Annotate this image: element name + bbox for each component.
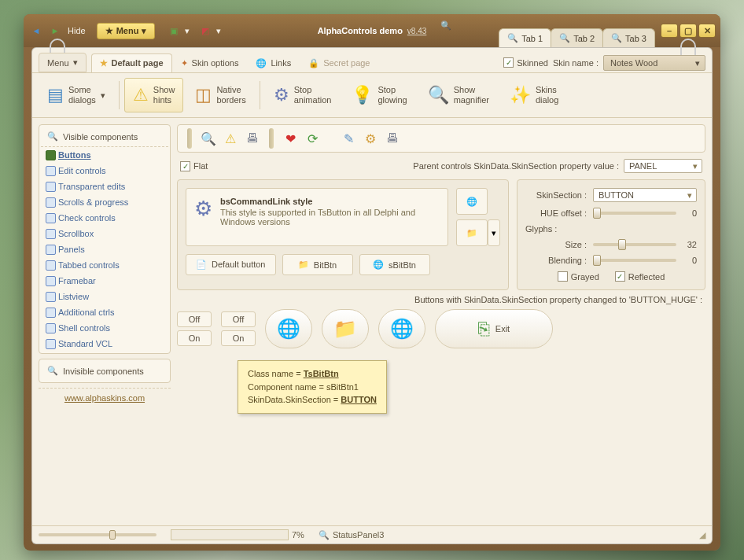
bitbtn-button[interactable]: 📁BitBtn [282, 254, 353, 275]
minimize-button[interactable]: – [661, 24, 678, 38]
page-tabstrip: Menu ▾ ★Default page ✦Skin options 🌐Link… [32, 48, 712, 73]
some-dialogs-button[interactable]: ▤Somedialogs▾ [39, 78, 114, 112]
native-borders-button[interactable]: ◫Nativeborders [186, 78, 254, 112]
default-button[interactable]: 📄Default button [186, 254, 276, 275]
skinsection-select[interactable]: BUTTON [593, 188, 697, 202]
stop-glowing-button[interactable]: 💡Stopglowing [343, 78, 415, 112]
huge-globe-button[interactable]: 🌐 [265, 309, 312, 348]
sidebar-item-shell[interactable]: Shell controls [41, 320, 168, 336]
page-icon: 📄 [196, 260, 207, 270]
top-tab-3[interactable]: 🔍Tab 3 [602, 28, 655, 47]
sidebar-item-transparent-edits[interactable]: Transparent edits [41, 179, 168, 194]
hue-slider[interactable] [593, 212, 676, 215]
sidebar-item-check-controls[interactable]: Check controls [41, 210, 168, 226]
printer-icon[interactable]: 🖶 [244, 130, 261, 147]
globe-button[interactable]: 🌐 [456, 188, 488, 215]
huge-label: Buttons with SkinData.SkinSection proper… [177, 295, 705, 304]
top-tab-2[interactable]: 🔍Tab 2 [551, 28, 603, 47]
sidebar-item-scrollbox[interactable]: Scrollbox [41, 226, 168, 241]
skin-name-select[interactable]: Notes Wood [603, 55, 705, 71]
toggle-off-2[interactable]: Off [221, 311, 256, 327]
flat-checkbox[interactable]: ✓Flat [180, 161, 208, 171]
refresh-icon[interactable]: ⟳ [304, 130, 321, 147]
skin-icon: ✨ [510, 85, 531, 105]
sidebar-item-tabbed[interactable]: Tabbed controls [41, 257, 168, 273]
chevron-down-icon: ▾ [216, 26, 221, 36]
hue-label: HUE offset : [525, 208, 587, 218]
invisible-components-header[interactable]: 🔍Invisible components [41, 361, 168, 381]
sidebar-item-scrolls[interactable]: Scrolls & progress [41, 194, 168, 210]
sidebar-item-additional[interactable]: Additional ctrls [41, 304, 168, 320]
magnifier-icon: 🔍 [507, 33, 518, 43]
tab-secret-page[interactable]: 🔒Secret page [300, 53, 378, 72]
sidebar-item-listview[interactable]: Listview [41, 289, 168, 304]
resize-grip-icon[interactable]: ◢ [699, 530, 705, 540]
page-menu-button[interactable]: Menu ▾ [39, 53, 87, 72]
blending-label: Blending : [525, 256, 587, 265]
maximize-button[interactable]: ▢ [680, 24, 697, 38]
forward-button[interactable]: ► [47, 23, 63, 39]
exit-button[interactable]: ⎘Exit [435, 309, 553, 348]
printer-icon[interactable]: 🖶 [384, 130, 401, 147]
status-bar: 7% 🔍StatusPanel3 ◢ [32, 525, 712, 543]
close-button[interactable]: ✕ [698, 24, 716, 38]
back-button[interactable]: ◄ [28, 23, 44, 39]
magnifier-icon: 🔍 [47, 131, 58, 142]
magnifier-icon[interactable]: 🔍 [200, 130, 217, 147]
left-panel: ⚙ bsCommandLink style This style is supp… [177, 179, 509, 290]
huge-folder-button[interactable]: 📁 [322, 309, 369, 348]
gear-icon[interactable]: ⚙ [362, 130, 379, 147]
show-magnifier-button[interactable]: 🔍Showmagnifier [419, 78, 498, 112]
dropdown-button[interactable]: ▾ [488, 219, 500, 246]
toolbar-button-2[interactable]: ◩ [197, 23, 213, 39]
website-link[interactable]: www.alphaskins.com [39, 388, 171, 407]
sidebar-item-framebar[interactable]: Framebar [41, 273, 168, 289]
tab-default-page[interactable]: ★Default page [91, 53, 172, 72]
magnifier-icon: 🔍 [428, 85, 449, 105]
status-slider[interactable] [39, 533, 157, 536]
toggle-off-1[interactable]: Off [177, 311, 212, 327]
titlebar: ◄ ► Hide ★ Menu ▾ ▣ ▾ ◩ ▾ AlphaControls … [24, 14, 720, 47]
version-link[interactable]: v8.43 [407, 27, 426, 35]
show-hints-button[interactable]: ⚠Showhints [124, 78, 184, 112]
huge-globe2-button[interactable]: 🌐 [378, 309, 425, 348]
magnifier-icon: 🔍 [47, 366, 58, 376]
size-slider[interactable] [593, 243, 676, 246]
tab-skin-options[interactable]: ✦Skin options [172, 53, 248, 72]
globe-icon: 🌐 [277, 318, 300, 340]
folder-icon: 📁 [333, 318, 357, 340]
top-tab-1[interactable]: 🔍Tab 1 [499, 28, 551, 47]
grayed-checkbox[interactable]: Grayed [558, 271, 599, 282]
menu-button[interactable]: ★ Menu ▾ [97, 23, 156, 39]
toggle-on-2[interactable]: On [221, 330, 256, 346]
edit-icon[interactable]: ✎ [340, 130, 357, 147]
visible-components-header[interactable]: 🔍Visible components [41, 127, 168, 147]
parent-section-select[interactable]: PANEL [624, 159, 702, 173]
tab-links[interactable]: 🌐Links [247, 53, 300, 72]
sidebar-item-edit-controls[interactable]: Edit controls [41, 163, 168, 179]
skins-dialog-button[interactable]: ✨Skinsdialog [501, 78, 567, 112]
sidebar-item-buttons[interactable]: Buttons [41, 147, 168, 163]
heart-icon[interactable]: ❤ [282, 130, 299, 147]
sidebar-item-standard-vcl[interactable]: Standard VCL [41, 336, 168, 352]
globe-icon: 🌐 [256, 58, 267, 68]
border-icon: ◫ [195, 85, 212, 105]
toggle-on-1[interactable]: On [177, 330, 212, 346]
secondary-toolbar: 🔍 ⚠ 🖶 ❤ ⟳ ✎ ⚙ 🖶 [177, 124, 705, 153]
toolbar-button-1[interactable]: ▣ [166, 23, 182, 39]
magnifier-icon[interactable]: 🔍 [440, 20, 451, 31]
reflected-checkbox[interactable]: ✓Reflected [615, 271, 665, 282]
sidebar-item-panels[interactable]: Panels [41, 241, 168, 257]
skinned-checkbox[interactable]: ✓Skinned [503, 57, 548, 68]
sbitbtn-button[interactable]: 🌐sBitBtn [359, 254, 430, 275]
window-title: AlphaControls demo v8.43 [318, 26, 427, 35]
chevron-down-icon: ▾ [101, 90, 105, 101]
hue-value: 0 [683, 208, 697, 218]
folder-button[interactable]: 📁 [456, 219, 488, 246]
hide-label[interactable]: Hide [68, 26, 86, 35]
stop-animation-button[interactable]: ⚙Stopanimation [265, 78, 341, 112]
size-label: Size : [525, 240, 587, 249]
command-link-button[interactable]: ⚙ bsCommandLink style This style is supp… [186, 188, 448, 246]
blending-slider[interactable] [593, 259, 676, 262]
warning-icon[interactable]: ⚠ [222, 130, 239, 147]
